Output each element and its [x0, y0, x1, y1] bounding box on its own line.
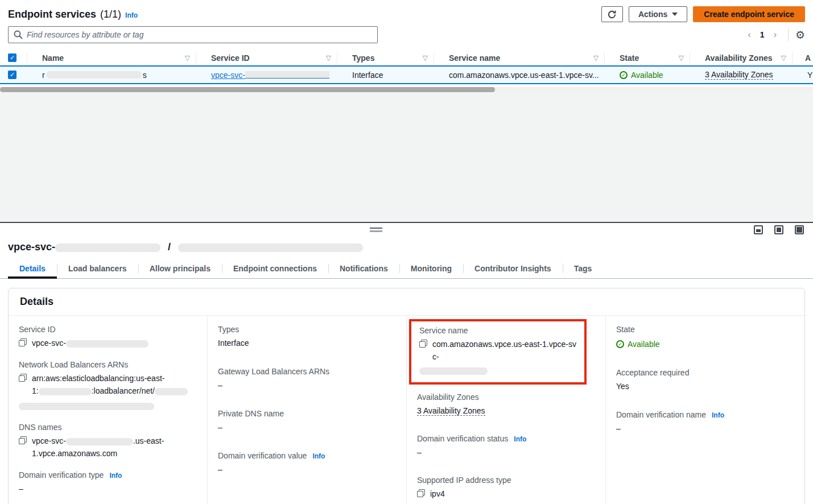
status-available: ✓ Available — [616, 338, 660, 350]
copy-icon[interactable] — [417, 489, 425, 497]
sort-icon[interactable]: ▽ — [185, 54, 190, 62]
scrollbar-thumb[interactable] — [0, 87, 495, 92]
redacted-service-id-value — [66, 340, 148, 348]
tab-allow-principals[interactable]: Allow principals — [138, 260, 222, 278]
row-checkbox[interactable] — [8, 71, 16, 79]
nlb-arn-line2: 1: — [32, 386, 39, 395]
field-dns-names: DNS names vpce-svc-.us-east- 1.vpce.amaz… — [19, 423, 197, 460]
column-header-types[interactable]: Types ▽ — [337, 52, 434, 64]
field-value: – — [218, 463, 396, 476]
tab-notifications[interactable]: Notifications — [328, 260, 399, 278]
copy-icon[interactable] — [19, 374, 27, 382]
column-label: Service name — [449, 53, 500, 63]
select-all-checkbox[interactable] — [8, 53, 16, 62]
table-row[interactable]: r s vpce-svc- Interface com.amazonaws.vp… — [0, 65, 813, 84]
toolbar: ‹ 1 › ⚙ — [0, 23, 813, 43]
settings-gear-icon[interactable]: ⚙ — [795, 30, 805, 40]
column-label: Name — [42, 53, 64, 63]
sort-icon[interactable]: ▽ — [326, 54, 331, 62]
panel-size-large-icon[interactable] — [795, 225, 804, 234]
field-glb-arns: Gateway Load Balancers ARNs – — [218, 367, 396, 391]
create-endpoint-service-button[interactable]: Create endpoint service — [693, 6, 805, 22]
field-label: State — [616, 325, 794, 334]
redacted-service-name-id — [419, 367, 488, 375]
column-label: State — [620, 53, 639, 63]
panel-size-medium-icon[interactable] — [774, 225, 783, 234]
field-service-name: Service name com.amazonaws.vpce.us-east-… — [419, 326, 579, 377]
tab-endpoint-connections[interactable]: Endpoint connections — [222, 260, 328, 278]
actions-button[interactable]: Actions — [629, 6, 687, 22]
tab-details[interactable]: Details — [8, 260, 57, 278]
availability-zones-link[interactable]: 3 Availability Zones — [417, 406, 485, 416]
search-box[interactable] — [8, 26, 378, 43]
sort-icon[interactable]: ▽ — [593, 54, 599, 62]
header-info-link[interactable]: Info — [125, 11, 138, 19]
column-header-state[interactable]: State ▽ — [605, 52, 690, 64]
split-panel: vpce-svc- / Details Load balancers Allow… — [0, 223, 813, 504]
current-page[interactable]: 1 — [758, 30, 767, 39]
actions-label: Actions — [638, 10, 667, 19]
next-page-button[interactable]: › — [769, 30, 781, 39]
tab-contributor-insights[interactable]: Contributor Insights — [463, 260, 563, 278]
column-label: A — [805, 53, 811, 63]
refresh-button[interactable] — [601, 6, 623, 22]
resource-count: (1/1) — [100, 9, 121, 20]
sort-icon[interactable]: ▽ — [423, 54, 428, 62]
row-service-id-cell: vpce-svc- — [196, 71, 337, 80]
tab-monitoring[interactable]: Monitoring — [399, 260, 463, 278]
column-header-acceptance[interactable]: A — [793, 52, 813, 64]
panel-size-small-icon[interactable] — [754, 225, 763, 234]
prev-page-button[interactable]: ‹ — [744, 30, 756, 39]
info-link[interactable]: Info — [109, 472, 122, 480]
copy-icon[interactable] — [19, 436, 27, 444]
horizontal-scrollbar — [0, 87, 813, 92]
field-label: Domain verification type — [19, 470, 104, 480]
search-input[interactable] — [27, 30, 372, 39]
info-link[interactable]: Info — [312, 452, 325, 460]
pagination: ‹ 1 › ⚙ — [744, 28, 806, 41]
service-name-value: com.amazonaws.vpce.us-east-1.vpce-svc- — [432, 338, 579, 363]
row-types-cell: Interface — [337, 71, 434, 80]
redacted-title-name — [178, 243, 363, 252]
nlb-arn-line1: arn:aws:elasticloadbalancing:us-east- — [32, 374, 164, 383]
split-panel-drag-handle[interactable] — [370, 228, 382, 232]
nlb-arn-line2: :loadbalancer/net/ — [92, 386, 155, 395]
name-text: r — [42, 71, 45, 80]
field-supported-ip: Supported IP address type ipv4 — [417, 476, 595, 500]
column-header-service-name[interactable]: Service name ▽ — [434, 52, 605, 64]
copy-icon[interactable] — [419, 340, 427, 348]
field-label: Private DNS name — [218, 409, 396, 418]
field-label: Domain verification status — [417, 434, 508, 443]
table-header-row: Name ▽ Service ID ▽ Types ▽ Service name… — [0, 50, 813, 65]
tab-tags[interactable]: Tags — [563, 260, 604, 278]
status-label: Available — [631, 71, 663, 80]
sort-icon[interactable]: ▽ — [679, 54, 684, 62]
tab-load-balancers[interactable]: Load balancers — [57, 260, 138, 278]
field-domain-verification-type: Domain verification type Info – — [19, 470, 197, 495]
field-types: Types Interface — [218, 325, 396, 349]
status-label: Available — [628, 338, 660, 350]
dns-name-value: .us-east- — [133, 436, 164, 445]
info-link[interactable]: Info — [712, 411, 724, 419]
service-id-link[interactable]: vpce-svc- — [211, 71, 245, 80]
sort-icon[interactable]: ▽ — [781, 54, 786, 62]
copy-icon[interactable] — [19, 338, 27, 346]
details-card-heading: Details — [9, 288, 804, 316]
field-domain-verification-value: Domain verification value Info – — [218, 451, 396, 476]
field-label: Service ID — [19, 325, 197, 334]
field-value: – — [19, 482, 197, 495]
empty-area — [0, 92, 813, 223]
field-value: – — [616, 422, 794, 435]
column-header-availability-zones[interactable]: Availability Zones ▽ — [690, 52, 793, 64]
column-header-service-id[interactable]: Service ID ▽ — [196, 52, 337, 64]
info-link[interactable]: Info — [514, 435, 526, 443]
field-value: – — [417, 446, 595, 458]
field-value: – — [218, 379, 396, 391]
details-column-2: Types Interface Gateway Load Balancers A… — [208, 316, 407, 504]
field-service-id: Service ID vpce-svc- — [19, 325, 197, 349]
availability-zones-link[interactable]: 3 Availability Zones — [705, 70, 773, 80]
column-header-name[interactable]: Name ▽ — [27, 52, 196, 64]
page-header: Endpoint services (1/1) Info Actions Cre… — [0, 0, 813, 23]
row-az-cell: 3 Availability Zones — [690, 70, 793, 80]
row-service-name-cell: com.amazonaws.vpce.us-east-1.vpce-sv... — [434, 71, 605, 80]
